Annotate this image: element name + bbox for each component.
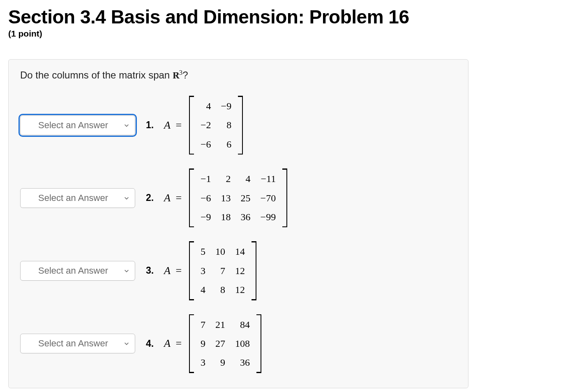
answer-select[interactable]: Select an Answer — [20, 261, 135, 281]
matrix-row: −61325−70 — [196, 189, 281, 208]
matrix-cell: 5 — [196, 242, 210, 261]
item-number: 4. — [146, 338, 156, 349]
matrix-cell: 4 — [236, 169, 256, 188]
right-bracket — [252, 241, 256, 300]
matrix-cell: 12 — [230, 280, 250, 299]
left-bracket — [189, 314, 193, 373]
matrix-row: −28 — [196, 115, 236, 134]
matrix-cell: 108 — [230, 334, 255, 353]
answer-select-wrap: Select an Answer — [20, 188, 135, 208]
matrix-cell: 2 — [216, 169, 236, 188]
matrix-cell: 9 — [196, 334, 210, 353]
left-bracket — [189, 168, 193, 227]
matrix-row: −91836−99 — [196, 208, 281, 226]
item-number: 2. — [146, 192, 156, 203]
matrix-row: 72184 — [196, 315, 255, 334]
matrix-cell: 3 — [196, 261, 210, 280]
matrix-table: 5101437124812 — [196, 242, 250, 299]
matrix: −124−11−61325−70−91836−99 — [189, 168, 287, 227]
item-number: 3. — [146, 265, 156, 276]
points-label: (1 point) — [8, 29, 555, 39]
answer-select-wrap: Select an Answer — [20, 261, 135, 281]
matrix-cell: 9 — [210, 353, 230, 372]
matrix-cell: 8 — [216, 115, 237, 134]
matrix-row: −124−11 — [196, 169, 281, 188]
real-set-symbol: R — [173, 70, 179, 81]
a-equals-label: A = — [164, 119, 182, 131]
matrix-cell: 4 — [196, 280, 210, 299]
matrix-cell: 8 — [210, 280, 230, 299]
a-equals-label: A = — [164, 192, 182, 204]
matrix-cell: 21 — [210, 315, 230, 334]
matrix-table: 4−9−28−66 — [196, 97, 236, 154]
matrix-cell: −6 — [196, 189, 216, 208]
matrix-row: 4812 — [196, 280, 250, 299]
matrix-cell: 12 — [230, 261, 250, 280]
matrix-row: 927108 — [196, 334, 255, 353]
matrix-cell: 27 — [210, 334, 230, 353]
a-equals-label: A = — [164, 337, 182, 350]
problem-item: Select an Answer2.A =−124−11−61325−70−91… — [20, 168, 457, 227]
matrix-cell: −6 — [196, 135, 216, 154]
matrix-cell: −11 — [256, 169, 281, 188]
problem-item: Select an Answer3.A =5101437124812 — [20, 241, 457, 300]
a-equals-label: A = — [164, 265, 182, 277]
matrix: 5101437124812 — [189, 241, 256, 300]
matrix: 721849271083936 — [189, 314, 261, 373]
matrix-cell: 36 — [230, 353, 255, 372]
matrix-cell: 6 — [216, 135, 237, 154]
matrix-row: −66 — [196, 135, 236, 154]
matrix-row: 51014 — [196, 242, 250, 261]
matrix-table: 721849271083936 — [196, 315, 255, 372]
problem-item: Select an Answer4.A =721849271083936 — [20, 314, 457, 373]
matrix-cell: 36 — [236, 208, 256, 226]
page-title: Section 3.4 Basis and Dimension: Problem… — [8, 6, 555, 28]
question-prefix: Do the columns of the matrix span — [20, 69, 173, 81]
problem-item: Select an Answer1.A =4−9−28−66 — [20, 96, 457, 154]
right-bracket — [257, 314, 261, 373]
answer-select[interactable]: Select an Answer — [20, 188, 135, 208]
matrix-cell: −99 — [256, 208, 281, 226]
matrix-cell: −9 — [216, 97, 237, 115]
matrix-row: 3936 — [196, 353, 255, 372]
matrix-cell: 3 — [196, 353, 210, 372]
matrix-cell: 4 — [196, 97, 216, 115]
matrix-cell: −1 — [196, 169, 216, 188]
answer-select[interactable]: Select an Answer — [20, 334, 135, 353]
matrix-row: 4−9 — [196, 97, 236, 115]
matrix-cell: 7 — [196, 315, 210, 334]
items-container: Select an Answer1.A =4−9−28−66Select an … — [20, 96, 457, 373]
item-number: 1. — [146, 120, 156, 131]
problem-box: Do the columns of the matrix span R3? Se… — [8, 59, 468, 388]
matrix-cell: 84 — [230, 315, 255, 334]
answer-select[interactable]: Select an Answer — [20, 115, 135, 135]
matrix-cell: −2 — [196, 115, 216, 134]
matrix-cell: 25 — [236, 189, 256, 208]
matrix-cell: 7 — [210, 261, 230, 280]
right-bracket — [239, 96, 243, 154]
matrix-cell: 14 — [230, 242, 250, 261]
question-text: Do the columns of the matrix span R3? — [20, 69, 457, 81]
answer-select-wrap: Select an Answer — [20, 115, 135, 135]
matrix: 4−9−28−66 — [189, 96, 243, 154]
question-suffix: ? — [182, 69, 188, 81]
matrix-cell: 18 — [216, 208, 236, 226]
right-bracket — [283, 168, 287, 227]
matrix-cell: 13 — [216, 189, 236, 208]
matrix-cell: −70 — [256, 189, 281, 208]
left-bracket — [189, 241, 193, 300]
matrix-row: 3712 — [196, 261, 250, 280]
matrix-cell: 10 — [210, 242, 230, 261]
left-bracket — [189, 96, 193, 154]
matrix-cell: −9 — [196, 208, 216, 226]
answer-select-wrap: Select an Answer — [20, 334, 135, 353]
matrix-table: −124−11−61325−70−91836−99 — [196, 169, 281, 226]
